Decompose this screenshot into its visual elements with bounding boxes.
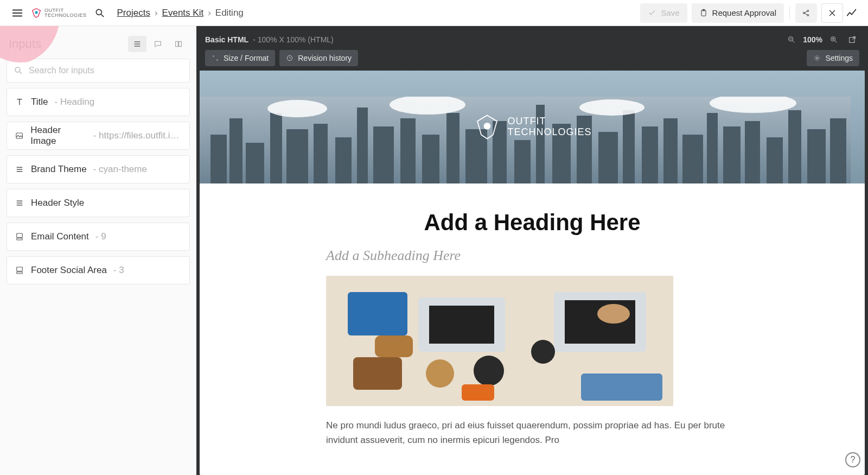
svg-point-6 bbox=[807, 14, 809, 16]
search-icon[interactable] bbox=[90, 3, 110, 23]
svg-rect-63 bbox=[353, 357, 402, 390]
svg-rect-29 bbox=[373, 126, 394, 183]
stack-icon bbox=[15, 232, 24, 242]
input-card-title[interactable]: Title - Heading bbox=[7, 88, 190, 116]
preview-dimensions: - 100% X 100% (HTML) bbox=[253, 35, 334, 44]
svg-rect-23 bbox=[246, 143, 264, 183]
search-icon bbox=[14, 66, 23, 75]
svg-rect-24 bbox=[270, 113, 282, 183]
svg-rect-28 bbox=[357, 107, 368, 183]
svg-rect-26 bbox=[314, 124, 328, 183]
svg-rect-42 bbox=[663, 118, 678, 183]
svg-rect-68 bbox=[581, 373, 662, 401]
share-button[interactable] bbox=[795, 3, 817, 23]
stack-icon bbox=[15, 265, 24, 275]
list-icon bbox=[15, 164, 24, 174]
svg-point-4 bbox=[803, 12, 805, 14]
document-body-image[interactable] bbox=[326, 276, 673, 406]
breadcrumb-kit[interactable]: Events Kit bbox=[162, 8, 204, 18]
top-bar: OUTFIT TECHNOLOGIES Projects › Events Ki… bbox=[0, 0, 868, 26]
size-format-button[interactable]: Size / Format bbox=[205, 50, 275, 66]
revision-history-button[interactable]: Revision history bbox=[279, 50, 358, 66]
svg-rect-49 bbox=[807, 129, 826, 183]
svg-rect-41 bbox=[642, 126, 658, 183]
svg-rect-27 bbox=[335, 137, 352, 183]
zoom-out-icon[interactable] bbox=[784, 33, 799, 47]
zoom-level: 100% bbox=[803, 35, 822, 44]
breadcrumb-projects[interactable]: Projects bbox=[117, 8, 150, 18]
svg-point-62 bbox=[597, 304, 630, 324]
svg-point-0 bbox=[35, 11, 38, 14]
preview-panel: Basic HTML - 100% X 100% (HTML) 100% Siz… bbox=[196, 26, 868, 475]
request-approval-button[interactable]: Request Approval bbox=[692, 3, 784, 23]
chevron-right-icon: › bbox=[155, 8, 158, 18]
svg-rect-35 bbox=[514, 140, 531, 183]
svg-point-55 bbox=[484, 123, 491, 130]
hero-image: OUTFIT TECHNOLOGIES bbox=[200, 71, 865, 183]
input-card-footer-social[interactable]: Footer Social Area - 3 bbox=[7, 256, 190, 284]
svg-rect-14 bbox=[17, 272, 23, 274]
open-external-icon[interactable] bbox=[845, 33, 859, 47]
svg-point-5 bbox=[807, 10, 809, 11]
svg-rect-8 bbox=[179, 41, 182, 46]
brand-mark: OUTFIT TECHNOLOGIES bbox=[473, 112, 591, 142]
svg-rect-69 bbox=[375, 335, 413, 357]
svg-rect-48 bbox=[788, 110, 801, 183]
zoom-in-icon[interactable] bbox=[827, 33, 841, 47]
preview-title: Basic HTML bbox=[205, 35, 248, 44]
app-logo[interactable]: OUTFIT TECHNOLOGIES bbox=[30, 7, 87, 19]
search-input[interactable] bbox=[29, 66, 183, 75]
view-list-icon[interactable] bbox=[128, 36, 146, 52]
svg-rect-10 bbox=[16, 133, 23, 138]
svg-point-65 bbox=[474, 356, 504, 386]
svg-rect-39 bbox=[598, 132, 618, 183]
document-canvas[interactable]: OUTFIT TECHNOLOGIES Add a Heading Here A… bbox=[200, 71, 865, 475]
close-button[interactable] bbox=[821, 3, 843, 23]
svg-rect-47 bbox=[767, 137, 783, 183]
view-comments-icon[interactable] bbox=[149, 36, 167, 52]
input-card-header-image[interactable]: Header Image - https://files.outfit.io/.… bbox=[7, 122, 190, 150]
svg-rect-40 bbox=[623, 110, 635, 183]
svg-rect-22 bbox=[229, 118, 242, 183]
view-columns-icon[interactable] bbox=[169, 36, 188, 52]
settings-button[interactable]: Settings bbox=[807, 50, 859, 66]
svg-rect-45 bbox=[723, 126, 741, 183]
chevron-right-icon: › bbox=[208, 8, 211, 18]
logo-text: OUTFIT TECHNOLOGIES bbox=[44, 8, 87, 18]
input-card-brand-theme[interactable]: Brand Theme - cyan-theme bbox=[7, 155, 190, 183]
svg-rect-31 bbox=[422, 135, 439, 183]
search-input-wrapper[interactable] bbox=[7, 59, 190, 83]
breadcrumb: Projects › Events Kit › Editing bbox=[117, 8, 244, 18]
svg-rect-57 bbox=[348, 292, 407, 335]
document-paragraph[interactable]: Ne pro mundi ludus graeco, pri ad eius f… bbox=[326, 418, 738, 447]
input-card-email-content[interactable]: Email Content - 9 bbox=[7, 223, 190, 251]
svg-rect-44 bbox=[707, 113, 718, 183]
svg-rect-25 bbox=[286, 129, 308, 183]
svg-rect-21 bbox=[210, 135, 227, 183]
svg-point-67 bbox=[531, 340, 555, 364]
input-card-header-style[interactable]: Header Style bbox=[7, 189, 190, 217]
image-icon bbox=[15, 131, 24, 141]
svg-rect-32 bbox=[446, 113, 459, 183]
svg-rect-7 bbox=[176, 41, 178, 46]
document-heading[interactable]: Add a Heading Here bbox=[326, 210, 738, 236]
help-icon[interactable]: ? bbox=[845, 452, 860, 467]
analytics-icon[interactable] bbox=[843, 7, 860, 19]
breadcrumb-current: Editing bbox=[215, 8, 244, 18]
svg-point-64 bbox=[426, 359, 454, 388]
hamburger-menu-icon[interactable] bbox=[8, 3, 27, 23]
svg-rect-30 bbox=[400, 118, 416, 183]
save-button: Save bbox=[640, 3, 687, 23]
svg-point-51 bbox=[267, 100, 327, 117]
svg-rect-43 bbox=[682, 135, 703, 183]
svg-rect-50 bbox=[830, 118, 846, 183]
svg-rect-59 bbox=[429, 306, 494, 344]
document-subheading[interactable]: Add a Subheading Here bbox=[326, 248, 738, 264]
svg-rect-12 bbox=[17, 238, 23, 240]
svg-point-9 bbox=[15, 67, 20, 72]
svg-rect-66 bbox=[462, 384, 494, 401]
text-icon bbox=[15, 97, 24, 107]
svg-rect-11 bbox=[17, 233, 23, 238]
svg-rect-46 bbox=[745, 121, 760, 183]
svg-point-19 bbox=[816, 57, 819, 59]
